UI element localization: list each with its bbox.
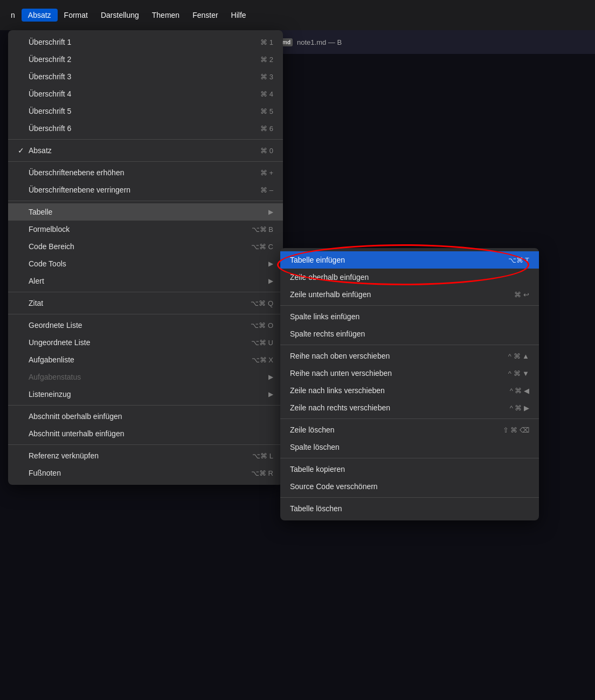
- shortcut-uberschrift5: ⌘ 5: [260, 107, 273, 115]
- menu-item-uberschriftenebene-verringern[interactable]: Überschriftenebene verringern ⌘ –: [8, 181, 283, 198]
- label-uberschrift6: Überschrift 6: [29, 124, 71, 133]
- menu-item-spalte-rechts[interactable]: Spalte rechts einfügen: [280, 325, 539, 342]
- tabelle-submenu: Tabelle einfügen ⌥⌘ T Zeile oberhalb ein…: [280, 248, 539, 520]
- menu-item-uberschrift1[interactable]: Überschrift 1 ⌘ 1: [8, 33, 283, 51]
- checkmark-absatz: ✓: [18, 146, 29, 155]
- menu-item-formelblock[interactable]: Formelblock ⌥⌘ B: [8, 221, 283, 238]
- label-uberschrift2: Überschrift 2: [29, 55, 71, 64]
- menu-item-code-bereich[interactable]: Code Bereich ⌥⌘ C: [8, 238, 283, 255]
- menu-item-spalte-links[interactable]: Spalte links einfügen: [280, 308, 539, 325]
- menu-item-tabelle-loschen[interactable]: Tabelle löschen: [280, 500, 539, 517]
- label-reihe-nach-unten: Reihe nach unten verschieben: [290, 369, 487, 378]
- label-abschnitt-oberhalb: Abschnitt oberhalb einfügen: [29, 412, 122, 421]
- menu-item-referenz-verknupfen[interactable]: Referenz verknüpfen ⌥⌘ L: [8, 447, 283, 464]
- label-zeile-nach-links: Zeile nach links verschieben: [290, 386, 488, 395]
- menu-item-ungeordnete-liste[interactable]: Ungeordnete Liste ⌥⌘ U: [8, 334, 283, 351]
- menu-item-uberschrift3[interactable]: Überschrift 3 ⌘ 3: [8, 68, 283, 85]
- label-source-code: Source Code verschönern: [290, 482, 529, 491]
- menu-item-abschnitt-unterhalb[interactable]: Abschnitt unterhalb einfügen: [8, 425, 283, 442]
- shortcut-tabelle-einfugen: ⌥⌘ T: [508, 256, 529, 264]
- label-alert: Alert: [29, 277, 44, 285]
- separator-2: [8, 161, 283, 162]
- menu-item-tabelle[interactable]: Tabelle ▶: [8, 203, 283, 221]
- menu-item-tabelle-einfugen[interactable]: Tabelle einfügen ⌥⌘ T: [280, 251, 539, 269]
- label-code-tools: Code Tools: [29, 259, 66, 268]
- menu-item-aufgabenstatus[interactable]: Aufgabenstatus ▶: [8, 368, 283, 386]
- sec-separator-1: [280, 305, 539, 306]
- shortcut-geordnete-liste: ⌥⌘ O: [251, 321, 273, 330]
- shortcut-code-bereich: ⌥⌘ C: [251, 243, 273, 251]
- label-zeile-loschen: Zeile löschen: [290, 426, 481, 434]
- shortcut-uberschrift2: ⌘ 2: [260, 56, 273, 64]
- menu-item-reihe-nach-oben[interactable]: Reihe nach oben verschieben ^ ⌘ ▲: [280, 347, 539, 365]
- label-aufgabenliste: Aufgabenliste: [29, 355, 74, 364]
- label-uberschrift5: Überschrift 5: [29, 107, 71, 115]
- label-code-bereich: Code Bereich: [29, 242, 74, 251]
- label-ungeordnete-liste: Ungeordnete Liste: [29, 338, 90, 347]
- label-listeneinzug: Listeneinzug: [29, 390, 71, 399]
- menu-item-uberschrift6[interactable]: Überschrift 6 ⌘ 6: [8, 120, 283, 137]
- sec-separator-3: [280, 418, 539, 419]
- menu-item-fussnoten[interactable]: Fußnoten ⌥⌘ R: [8, 464, 283, 482]
- separator-1: [8, 139, 283, 140]
- menubar-item-fenster[interactable]: Fenster: [186, 9, 224, 22]
- label-absatz: Absatz: [29, 146, 52, 155]
- shortcut-uberschrift4: ⌘ 4: [260, 90, 273, 98]
- label-abschnitt-unterhalb: Abschnitt unterhalb einfügen: [29, 429, 124, 438]
- shortcut-formelblock: ⌥⌘ B: [252, 225, 273, 234]
- separator-6: [8, 405, 283, 406]
- shortcut-uberschrift1: ⌘ 1: [260, 38, 273, 46]
- menubar-item-themen[interactable]: Themen: [146, 9, 186, 22]
- label-tabelle-loschen: Tabelle löschen: [290, 504, 529, 513]
- arrow-listeneinzug: ▶: [268, 390, 273, 398]
- menu-item-zeile-unterhalb[interactable]: Zeile unterhalb einfügen ⌘ ↩: [280, 286, 539, 303]
- menu-item-aufgabenliste[interactable]: Aufgabenliste ⌥⌘ X: [8, 351, 283, 368]
- menu-item-uberschrift4[interactable]: Überschrift 4 ⌘ 4: [8, 85, 283, 102]
- separator-5: [8, 314, 283, 314]
- menu-item-uberschrift2[interactable]: Überschrift 2 ⌘ 2: [8, 51, 283, 68]
- arrow-tabelle: ▶: [268, 208, 273, 216]
- menu-item-listeneinzug[interactable]: Listeneinzug ▶: [8, 386, 283, 403]
- shortcut-uberschrift6: ⌘ 6: [260, 125, 273, 133]
- shortcut-zeile-unterhalb: ⌘ ↩: [514, 291, 529, 299]
- menubar: n Absatz Format Darstellung Themen Fenst…: [0, 0, 595, 30]
- menu-item-uberschrift5[interactable]: Überschrift 5 ⌘ 5: [8, 102, 283, 120]
- menubar-item-n[interactable]: n: [4, 9, 22, 22]
- menu-item-alert[interactable]: Alert ▶: [8, 272, 283, 290]
- menu-item-zeile-loschen[interactable]: Zeile löschen ⇧ ⌘ ⌫: [280, 421, 539, 438]
- shortcut-fussnoten: ⌥⌘ R: [251, 469, 273, 477]
- menubar-item-darstellung[interactable]: Darstellung: [94, 9, 146, 22]
- menu-item-reihe-nach-unten[interactable]: Reihe nach unten verschieben ^ ⌘ ▼: [280, 365, 539, 382]
- menu-item-zeile-nach-links[interactable]: Zeile nach links verschieben ^ ⌘ ◀: [280, 382, 539, 399]
- shortcut-uberschrift3: ⌘ 3: [260, 73, 273, 81]
- menu-item-zeile-oberhalb[interactable]: Zeile oberhalb einfügen: [280, 269, 539, 286]
- label-formelblock: Formelblock: [29, 225, 70, 234]
- menubar-item-absatz[interactable]: Absatz: [22, 9, 58, 22]
- shortcut-zeile-nach-links: ^ ⌘ ◀: [510, 387, 529, 395]
- menubar-item-format[interactable]: Format: [58, 9, 94, 22]
- label-tabelle-einfugen: Tabelle einfügen: [290, 256, 487, 264]
- arrow-aufgabenstatus: ▶: [268, 373, 273, 381]
- menu-item-zitat[interactable]: Zitat ⌥⌘ Q: [8, 294, 283, 312]
- label-tabelle-kopieren: Tabelle kopieren: [290, 465, 529, 473]
- menu-item-zeile-nach-rechts[interactable]: Zeile nach rechts verschieben ^ ⌘ ▶: [280, 399, 539, 416]
- menu-item-absatz[interactable]: ✓ Absatz ⌘ 0: [8, 142, 283, 159]
- menu-item-uberschriftenebene-erhohen[interactable]: Überschriftenebene erhöhen ⌘ +: [8, 164, 283, 181]
- menu-item-source-code[interactable]: Source Code verschönern: [280, 478, 539, 495]
- label-uberschriftenebene-verringern: Überschriftenebene verringern: [29, 186, 130, 194]
- shortcut-reihe-nach-oben: ^ ⌘ ▲: [508, 352, 529, 360]
- menubar-item-hilfe[interactable]: Hilfe: [225, 9, 253, 22]
- menu-item-spalte-loschen[interactable]: Spalte löschen: [280, 438, 539, 456]
- sec-separator-4: [280, 458, 539, 458]
- menu-item-geordnete-liste[interactable]: Geordnete Liste ⌥⌘ O: [8, 317, 283, 334]
- note-titlebar: md note1.md — B: [272, 30, 595, 54]
- shortcut-referenz-verknupfen: ⌥⌘ L: [252, 452, 273, 460]
- menu-item-code-tools[interactable]: Code Tools ▶: [8, 255, 283, 272]
- separator-4: [8, 292, 283, 292]
- label-referenz-verknupfen: Referenz verknüpfen: [29, 451, 99, 460]
- separator-3: [8, 201, 283, 201]
- menu-item-tabelle-kopieren[interactable]: Tabelle kopieren: [280, 461, 539, 478]
- menu-item-abschnitt-oberhalb[interactable]: Abschnitt oberhalb einfügen: [8, 408, 283, 425]
- label-spalte-loschen: Spalte löschen: [290, 443, 529, 451]
- label-zeile-nach-rechts: Zeile nach rechts verschieben: [290, 403, 488, 412]
